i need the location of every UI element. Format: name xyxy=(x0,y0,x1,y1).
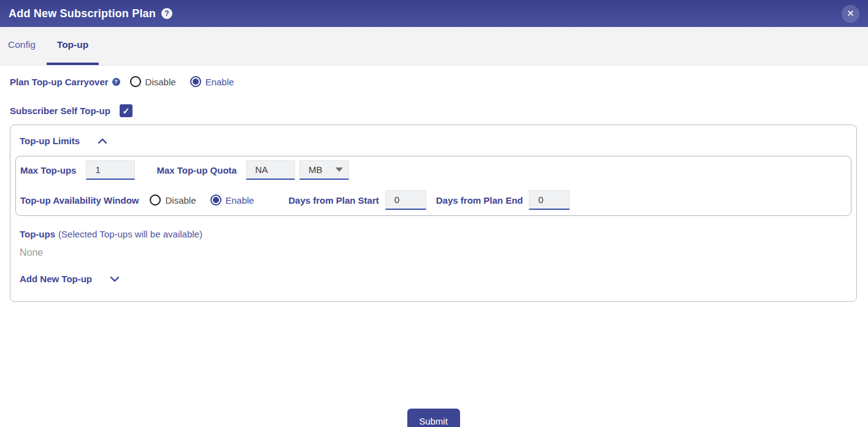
days-from-plan-start-label: Days from Plan Start xyxy=(288,195,379,206)
carryover-disable-label[interactable]: Disable xyxy=(145,77,176,87)
quota-unit-value: MB xyxy=(309,164,323,175)
dialog-title: Add New Subscription Plan xyxy=(9,7,156,20)
availability-disable-label[interactable]: Disable xyxy=(165,195,196,206)
carryover-help-icon[interactable]: ? xyxy=(112,78,120,86)
max-topup-quota-input[interactable] xyxy=(246,160,295,180)
close-icon[interactable]: ✕ xyxy=(842,5,859,23)
tab-config[interactable]: Config xyxy=(8,27,36,65)
availability-enable-radio[interactable] xyxy=(210,194,221,206)
max-topup-quota-label: Max Top-up Quota xyxy=(156,165,237,175)
availability-window-label: Top-up Availability Window xyxy=(20,195,139,206)
subscriber-self-topup-label: Subscriber Self Top-up xyxy=(10,106,110,116)
topup-limits-header[interactable]: Top-up Limits xyxy=(20,136,851,146)
topups-label: Top-ups xyxy=(20,229,55,239)
footer: Submit xyxy=(10,409,857,427)
topup-limits-box: Max Top-ups Max Top-up Quota MB Top-up A… xyxy=(15,156,851,216)
availability-enable-label[interactable]: Enable xyxy=(226,195,255,206)
subscriber-self-topup-checkbox[interactable]: ✓ xyxy=(120,104,133,117)
availability-disable-radio[interactable] xyxy=(150,194,161,206)
submit-button[interactable]: Submit xyxy=(407,409,460,427)
add-new-topup-label: Add New Top-up xyxy=(20,274,92,284)
carryover-enable-radio[interactable] xyxy=(190,76,201,87)
quota-unit-select[interactable]: MB xyxy=(299,160,349,180)
limits-row-2: Top-up Availability Window Disable Enabl… xyxy=(20,190,845,210)
carryover-disable-radio[interactable] xyxy=(130,76,141,87)
add-new-topup-row[interactable]: Add New Top-up xyxy=(20,274,851,284)
plan-topup-carryover-label: Plan Top-up Carryover xyxy=(10,77,109,87)
chevron-down-icon[interactable] xyxy=(109,275,120,283)
dialog-header: Add New Subscription Plan ? ✕ xyxy=(0,0,868,27)
topup-limits-title: Top-up Limits xyxy=(20,136,80,146)
topups-label-row: Top-ups (Selected Top-ups will be availa… xyxy=(20,229,851,239)
days-from-plan-start-input[interactable] xyxy=(385,190,426,210)
days-from-plan-end-label: Days from Plan End xyxy=(436,195,523,206)
select-arrow-icon xyxy=(336,167,343,172)
limits-row-1: Max Top-ups Max Top-up Quota MB xyxy=(20,160,845,180)
tab-topup[interactable]: Top-up xyxy=(47,27,99,65)
max-topups-input[interactable] xyxy=(86,160,135,180)
dialog-body: Plan Top-up Carryover ? Disable Enable S… xyxy=(0,76,868,427)
chevron-up-icon[interactable] xyxy=(97,137,108,145)
topup-limits-group: Top-up Limits Max Top-ups Max Top-up Quo… xyxy=(10,125,857,302)
subscriber-self-topup-row: Subscriber Self Top-up ✓ xyxy=(10,104,857,117)
topups-selected-value: None xyxy=(20,247,851,258)
max-topups-label: Max Top-ups xyxy=(20,165,76,175)
title-help-icon[interactable]: ? xyxy=(161,8,172,19)
days-from-plan-end-input[interactable] xyxy=(529,190,570,210)
tab-bar: Config Top-up xyxy=(0,27,868,66)
carryover-enable-label[interactable]: Enable xyxy=(205,77,234,87)
plan-topup-carryover-row: Plan Top-up Carryover ? Disable Enable xyxy=(10,76,857,87)
topups-hint: (Selected Top-ups will be available) xyxy=(58,229,202,239)
